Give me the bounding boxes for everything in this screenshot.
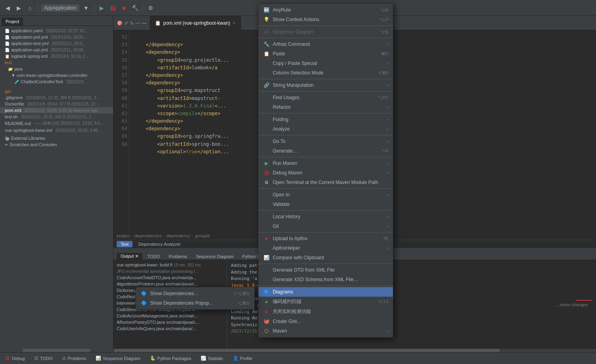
build-item-csdn1[interactable]: CsdnAccountTotalDTO.java src/main/ja... [113,274,227,281]
menu-item-git[interactable]: Git › [258,221,393,231]
breadcrumb-item-groupid[interactable]: groupId [195,233,210,238]
menu-shortcut-code-scan: ⌥⇧J [377,299,389,304]
bottom-tab-output[interactable]: Output ✕ [117,253,143,260]
status-sequence-label: Sequence Diagram [103,356,140,361]
menu-item-generate[interactable]: Generate… ^⏎ [258,146,393,156]
sidebar-item-application-uat[interactable]: 📄 application-uat.yml 2023/12/11, 20:00.… [0,47,113,53]
menu-item-paste[interactable]: 📋 Paste ⌘V [258,49,393,59]
sidebar-item-iml[interactable]: vue-springboot-kwan.iml 2023/12/15, 02:0… [0,127,113,133]
sidebar-item-pomxml[interactable]: pom.xml 2023/12/15, 02:05, 5.85 kB Momen… [0,107,113,114]
build-button[interactable]: 🔨 [131,4,139,12]
sidebar-item-readme[interactable]: README.md ——.简单介绍 2023/11/12, 13:03, 6.0… [0,120,113,127]
editor-sub-tab-dep-analyzer[interactable]: Dependency Analyzer [134,241,185,247]
status-item-sequence[interactable]: 📊 Sequence Diagram [94,355,142,362]
sidebar-item-chatbot[interactable]: 🧪 ChatbotControllerTest 2023/12/1... [0,78,113,85]
menu-item-copy-paste[interactable]: Copy / Paste Special › [258,59,393,68]
status-item-statistic[interactable]: 📈 Statistic [199,355,225,362]
sidebar-item-ext-libs[interactable]: 📚 External Libraries [0,135,113,141]
menu-item-validate[interactable]: Validate [258,200,393,209]
back-button[interactable]: ◀ [3,4,12,12]
menu-item-create-gist[interactable]: 🐙 Create Gist... [258,317,393,326]
menu-item-refactor[interactable]: Refactor › [258,102,393,112]
menu-item-debug-maven[interactable]: 🐞 Debug Maven › [258,168,393,178]
menu-item-any-rule[interactable]: 🔤 AnyRule ⌥A [258,5,393,15]
sidebar-item-testsh[interactable]: test.sh 2023/12/11, 10:31, 662 B 2023/12… [0,114,113,120]
tab-close-button[interactable]: ✕ [233,21,236,25]
app-title[interactable]: AppApplication [41,4,79,12]
menu-item-arthas[interactable]: 🔧 Arthas Command › [258,39,393,49]
menu-item-gen-xsd[interactable]: Generate XSD Schema from XML File… [258,275,393,284]
build-item-poetry[interactable]: AfhorismPoetryDTO.java src/main/java/c..… [113,319,227,325]
menu-item-diagrams[interactable]: 🔷 Diagrams › [258,287,393,297]
settings-icon[interactable]: ⚙ [146,4,155,12]
sidebar-item-scratches[interactable]: ✏ Scratches and Consoles [0,141,113,148]
editor-tab-pomxml[interactable]: 📋 pom.xml (vue-springboot-kwan) ✕ [150,16,241,30]
diagrams-icon: 🔷 [263,289,270,295]
status-item-problems[interactable]: ⚠ Problems [61,355,88,362]
menu-item-compare-clipboard[interactable]: 📊 Compare with Clipboard [258,253,393,262]
build-item-csdn4[interactable]: CsdnAccountManagement.java src/mair... [113,313,227,319]
menu-item-find-usages[interactable]: Find Usages ⌥F7 [258,93,393,102]
bottom-tab-todo[interactable]: TODO [143,253,164,260]
debug-button[interactable]: 🐞 [108,4,117,12]
bottom-tab-problems[interactable]: Problems [165,253,191,260]
menu-item-code-scan[interactable]: ● 编码规约扫描 ⌥⇧J [258,297,393,307]
sidebar-file-name: Scratches and Consoles [10,142,57,147]
menu-item-maven[interactable]: ⬡ Maven › [258,326,393,336]
minimize-icon[interactable]: — [142,20,147,26]
sidebar-item-application-prd[interactable]: 📄 application-prd.yml 2023/12/11, 20:00.… [0,34,113,40]
bottom-tab-sequence[interactable]: Sequence Diagram [192,253,237,260]
menu-item-column-selection[interactable]: Column Selection Mode ⇧⌘8 [258,68,393,78]
home-button[interactable]: ⌂ [25,4,34,12]
sidebar-file-name: test.sh [5,114,18,119]
submenu-show-deps[interactable]: 🔷 Show Dependencies… ⇧⌥⌘U [136,289,254,298]
breadcrumb-item-dependency[interactable]: dependency [166,233,190,238]
sidebar-item-application-yaml[interactable]: 📄 application.yaml 2023/11/23, 22:27, 62… [0,27,113,34]
sidebar-item-test[interactable]: test [0,59,113,66]
expand-icon[interactable]: ⤢ [124,20,128,26]
status-item-python[interactable]: 🐍 Python Packages [149,355,193,362]
menu-item-gen-dtd[interactable]: Generate DTD from XML File [258,265,393,275]
menu-item-run-maven[interactable]: ▶ Run Maven › [258,159,393,168]
status-item-debug[interactable]: 🐞 Debug [3,355,26,362]
status-item-todo[interactable]: ☑ TODO [33,355,54,362]
more-icon[interactable]: ⋯ [135,20,140,26]
sidebar-item-java[interactable]: 📁 java [0,66,113,72]
sidebar-item-application-test[interactable]: 📄 application-test.yml 2023/12/11, 20:0.… [0,40,113,47]
menu-label-arthas: Arthas Command [273,41,383,47]
menu-item-show-context[interactable]: 💡 Show Context Actions ⌥⏎ [258,15,393,24]
stop-button[interactable]: ■ [119,4,128,12]
editor-sub-tab-text[interactable]: Text [117,241,133,247]
menu-item-apifox-helper[interactable]: ApifoxHelper › [258,243,393,253]
forward-button[interactable]: ▶ [14,4,23,12]
status-statistic-label: Statistic [208,356,223,361]
menu-item-sequence-diagram[interactable]: 123 Sequence Diagram ⌥S [258,27,393,37]
sidebar-tab-project[interactable]: Project [2,18,23,25]
dropdown-arrow-icon[interactable]: ▼ [82,4,90,12]
status-item-profile[interactable]: 👤 Profile [231,355,254,362]
menu-item-goto[interactable]: Go To › [258,137,393,146]
menu-item-close-realtime[interactable]: ● 关闭实时检测功能 [258,307,393,317]
sidebar-item-logback[interactable]: 📋 logback-spring.xml 2023/12/4, 16:19, 2… [0,53,113,59]
build-item-main[interactable]: vue-springboot-kwan: build fi 19 sec, 85… [113,262,227,268]
run-button[interactable]: ▶ [97,4,106,12]
submenu-show-deps-popup[interactable]: 🔷 Show Dependencies Popup… ⌥⌘U [136,298,254,308]
sidebar-item-get[interactable]: get [0,88,113,94]
menu-item-open-in[interactable]: Open In › [258,190,393,200]
menu-item-folding[interactable]: Folding › [258,115,393,124]
diagrams-arrow-icon: › [387,289,388,295]
sidebar-item-dockerfile[interactable]: Dockerfile 2023/11/9, 09:44, 577 B 2023/… [0,101,113,107]
menu-item-local-history[interactable]: Local History › [258,212,393,221]
menu-item-open-terminal[interactable]: 🖥 Open Terminal at the Current Maven Mod… [258,178,393,187]
menu-item-string-manip[interactable]: 🔗 String Manipulation › [258,80,393,90]
sidebar-item-gitignore[interactable]: .gitignore 2023/10/31, 21:32, 394 B 2023… [0,94,113,101]
menu-label-maven: Maven [273,328,383,334]
breadcrumb-item-dependencies[interactable]: dependencies [135,233,162,238]
sidebar-item-controller[interactable]: ▼ com.kwan.springbootkwan.controller [0,72,113,78]
build-item-csdn5[interactable]: CsdnUserInfoQuery.java src/main/java/... [113,325,227,332]
menu-item-upload-apifox[interactable]: ● Upload to Apifox ^E [258,234,393,243]
breadcrumb-item-project[interactable]: project [117,233,130,238]
menu-item-analyze[interactable]: Analyze › [258,124,393,134]
collapse-icon[interactable]: ⤡ [130,20,134,26]
build-item-algo[interactable]: AlgorithmicProblem.java src/main/java/c.… [113,281,227,287]
